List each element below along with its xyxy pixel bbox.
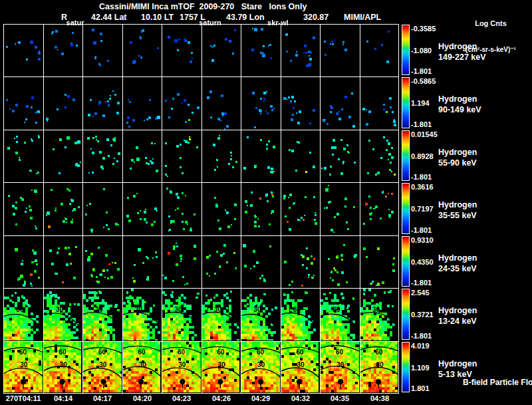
time-axis-label: 04:32	[291, 394, 310, 402]
colorbar-tick-mid: 0.7197	[411, 205, 434, 213]
species-label: Hydrogen	[438, 253, 477, 263]
energy-range-label: 149-227 keV	[438, 52, 486, 63]
colorbar-tick-mid: -1.080	[411, 47, 432, 55]
energy-label: Hydrogen13-24 keV	[438, 305, 477, 327]
time-axis-label: 04:20	[133, 394, 152, 402]
colorbar	[402, 342, 410, 392]
time-axis-label: 04:26	[212, 394, 231, 402]
bfield-particle-flow-label: B-field Particle Flow	[463, 378, 532, 387]
ephemeris-value: 10.10 LT	[141, 13, 174, 22]
energy-label: Hydrogen35-55 keV	[438, 200, 477, 221]
mimi-inca-display: Cassini/MIMI Inca mTOF 2009-270 Stare Io…	[0, 0, 532, 405]
energy-label: Hydrogen90-149 keV	[438, 94, 481, 115]
colorbar-tick-mid: 0.8928	[411, 152, 434, 160]
energy-range-label: 35-55 keV	[438, 210, 477, 221]
colorbar-tick-top: 0.9310	[411, 236, 434, 244]
species-label: Hydrogen	[438, 94, 481, 104]
species-label: Hydrogen	[438, 147, 477, 158]
ephemeris-value: 43.79 Lon	[226, 13, 265, 22]
energy-label: Hydrogen55-90 keV	[438, 147, 477, 168]
colorbar-tick-top: 0.3616	[411, 183, 434, 191]
time-axis-label: 04:35	[331, 394, 349, 402]
colorbar	[402, 77, 410, 128]
colorbar-tick-bottom: -1.801	[411, 332, 432, 340]
colorbar	[402, 183, 410, 234]
species-label: Hydrogen	[438, 41, 486, 52]
colorbar-tick-bottom: 1.801	[411, 384, 430, 392]
colorbar	[402, 289, 410, 340]
time-axis-label: 270T04:11	[6, 394, 41, 402]
colorbar-tick-bottom: -1.801	[411, 226, 432, 234]
species-label: Hydrogen	[438, 358, 477, 369]
ephemeris-value: 42.44 Lat	[91, 13, 127, 22]
energy-label: Hydrogen5-13 keV	[438, 358, 477, 380]
colorbar-units-line1: Log Cnts	[454, 19, 528, 28]
colorbar-tick-top: 2.545	[411, 289, 430, 297]
energy-range-label: 13-24 keV	[438, 316, 477, 327]
colorbar-tick-mid: 0.3721	[411, 311, 434, 319]
energy-label: Hydrogen149-227 keV	[438, 41, 486, 63]
energy-range-label: 55-90 keV	[438, 158, 477, 168]
colorbar-tick-mid: 0.4350	[411, 258, 434, 266]
ephemeris-value: 320.87	[303, 13, 329, 22]
time-axis-label: 04:17	[93, 394, 112, 402]
event-mark-label: saturn	[199, 19, 221, 27]
time-axis-label: 04:23	[172, 394, 191, 402]
colorbar-tick-bottom: -1.801	[411, 67, 432, 75]
ephemeris-value: MIMI/APL	[344, 13, 381, 22]
colorbar	[402, 236, 410, 287]
energy-range-label: 24-35 keV	[438, 263, 477, 274]
colorbar	[402, 130, 410, 181]
colorbar-tick-bottom: -1.801	[411, 279, 432, 287]
energy-range-label: 90-149 keV	[438, 104, 481, 115]
colorbar-tick-top: 4.019	[411, 342, 430, 350]
colorbar-tick-bottom: -1.801	[411, 173, 432, 181]
colorbar-tick-top: 0.01545	[411, 130, 438, 138]
spectrogram-panel-grid	[3, 24, 399, 394]
colorbar	[402, 25, 410, 75]
species-label: Hydrogen	[438, 305, 477, 316]
colorbar-tick-mid: 1.109	[411, 364, 430, 372]
species-label: Hydrogen	[438, 200, 477, 210]
page-title: Cassini/MIMI Inca mTOF 2009-270 Stare Io…	[99, 2, 307, 11]
event-mark-label: skr-wl	[267, 19, 289, 27]
time-axis-label: 04:29	[251, 394, 270, 402]
energy-label: Hydrogen24-35 keV	[438, 253, 477, 274]
colorbar-tick-top: -0.3585	[411, 25, 436, 33]
colorbar-tick-top: -0.5865	[411, 77, 436, 85]
time-axis-label: 04:38	[370, 394, 389, 402]
event-mark-label: satur	[66, 19, 84, 27]
colorbar-tick-mid: 1.194	[411, 99, 430, 107]
time-axis-label: 04:14	[54, 394, 72, 402]
colorbar-tick-bottom: -1.801	[411, 120, 432, 128]
